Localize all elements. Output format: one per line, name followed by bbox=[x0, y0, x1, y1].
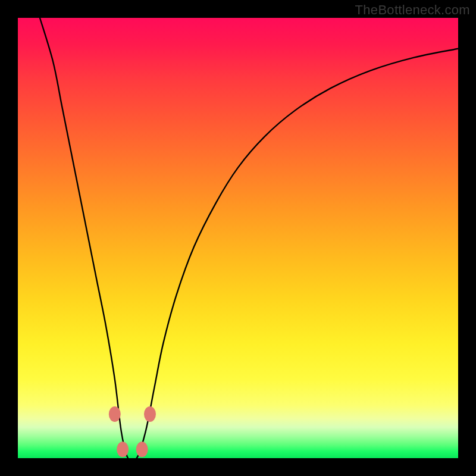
watermark-text: TheBottleneck.com bbox=[355, 2, 470, 18]
curve-marker bbox=[117, 441, 129, 457]
plot-area bbox=[18, 18, 458, 458]
curve-marker bbox=[144, 406, 156, 422]
curve-marker bbox=[136, 441, 148, 457]
bottleneck-curve bbox=[40, 18, 458, 462]
chart-frame: TheBottleneck.com bbox=[0, 0, 476, 476]
chart-svg bbox=[18, 18, 458, 458]
marker-group bbox=[109, 406, 156, 457]
curve-marker bbox=[109, 406, 121, 422]
